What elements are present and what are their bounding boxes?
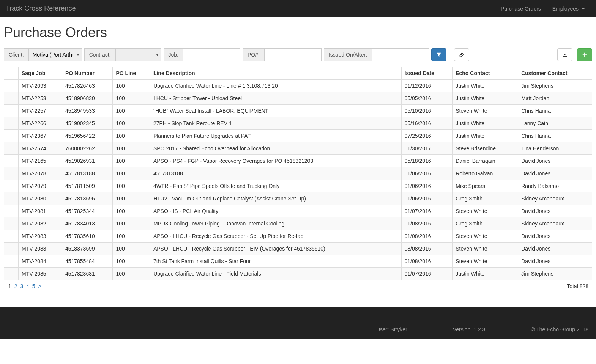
table-row[interactable]: MTV-23674519656422100Planners to Plan Fu… <box>4 130 592 142</box>
cell-issued-date: 01/08/2016 <box>401 217 453 230</box>
cell-line-desc: 4517813188 <box>150 167 401 180</box>
col-po-line[interactable]: PO Line <box>113 67 150 80</box>
cell-echo-contact: Daniel Barragain <box>453 155 518 167</box>
cell-sage-job: MTV-2257 <box>19 105 62 117</box>
cell-po-number: 4519656422 <box>62 130 113 142</box>
cell-po-number: 4517823631 <box>62 268 113 280</box>
cell-customer-contact: David Jones <box>518 243 592 255</box>
cell-sage-job: MTV-2165 <box>19 155 62 167</box>
page-link[interactable]: 5 <box>32 283 36 289</box>
cell-customer-contact: Sidney Arceneaux <box>518 192 592 205</box>
footer-version: Version: 1.2.3 <box>453 326 486 332</box>
table-row[interactable]: MTV-2266451900234510027PH - Slop Tank Re… <box>4 117 592 130</box>
cell-issued-date: 01/06/2016 <box>401 192 453 205</box>
cell-line-desc: 4WTR - Fab 8" Pipe Spools Offsite and Tr… <box>150 180 401 192</box>
cell-issued-date: 07/25/2016 <box>401 130 453 142</box>
cell-sage-job: MTV-2081 <box>19 205 62 217</box>
cell-sage-job: MTV-2083 <box>19 230 62 243</box>
col-echo-contact[interactable]: Echo Contact <box>453 67 518 80</box>
row-blank <box>4 255 19 268</box>
row-blank <box>4 117 19 130</box>
table-row[interactable]: MTV-22574518949533100"HUB" Water Seal In… <box>4 105 592 117</box>
cell-customer-contact: David Jones <box>518 205 592 217</box>
row-blank <box>4 243 19 255</box>
filter-icon <box>436 52 441 57</box>
table-row[interactable]: MTV-20834517835610100APSO - LHCU - Recyc… <box>4 230 592 243</box>
cell-issued-date: 03/08/2016 <box>401 243 453 255</box>
col-issued-date[interactable]: Issued Date <box>401 67 453 80</box>
page-link[interactable]: 2 <box>14 283 18 289</box>
cell-po-number: 4517835610 <box>62 230 113 243</box>
cell-issued-date: 01/07/2016 <box>401 268 453 280</box>
table-row[interactable]: MTV-25747600002262100SPO 2017 - Shared E… <box>4 142 592 155</box>
cell-po-line: 100 <box>113 92 150 105</box>
table-row[interactable]: MTV-208445178554841007th St Tank Farm In… <box>4 255 592 268</box>
cell-line-desc: "HUB" Water Seal Install - LABOR, EQUIPM… <box>150 105 401 117</box>
cell-po-line: 100 <box>113 255 150 268</box>
col-customer-contact[interactable]: Customer Contact <box>518 67 592 80</box>
eraser-icon <box>459 52 464 57</box>
table-row[interactable]: MTV-20934517826463100Upgrade Clarified W… <box>4 80 592 92</box>
cell-sage-job: MTV-2093 <box>19 80 62 92</box>
table-row[interactable]: MTV-20814517825344100APSO - IS - PCL Air… <box>4 205 592 217</box>
cell-customer-contact: Lanny Cain <box>518 117 592 130</box>
cell-issued-date: 05/10/2016 <box>401 105 453 117</box>
nav-purchase-orders[interactable]: Purchase Orders <box>501 6 541 12</box>
filter-button[interactable] <box>431 48 446 61</box>
cell-customer-contact: David Jones <box>518 155 592 167</box>
cell-customer-contact: David Jones <box>518 255 592 268</box>
cell-sage-job: MTV-2574 <box>19 142 62 155</box>
cell-line-desc: APSO - LHCU - Recycle Gas Scrubber - EIV… <box>150 243 401 255</box>
cell-line-desc: HTU2 - Vacuum Out and Replace Catalyst (… <box>150 192 401 205</box>
chevron-down-icon <box>582 8 585 10</box>
cell-echo-contact: Steven White <box>453 105 518 117</box>
cell-customer-contact: Chris Hanna <box>518 105 592 117</box>
navbar-brand[interactable]: Track Cross Reference <box>6 5 76 13</box>
row-blank <box>4 155 19 167</box>
table-row[interactable]: MTV-20854517823631100Upgrade Clarified W… <box>4 268 592 280</box>
cell-po-line: 100 <box>113 243 150 255</box>
table-row[interactable]: MTV-20784517813188100451781318801/06/201… <box>4 167 592 180</box>
col-po-number[interactable]: PO Number <box>62 67 113 80</box>
page-link[interactable]: 3 <box>19 283 24 289</box>
row-blank <box>4 92 19 105</box>
cell-line-desc: 7th St Tank Farm Install Quills - Star F… <box>150 255 401 268</box>
nav-employees[interactable]: Employees <box>552 6 585 12</box>
cell-line-desc: APSO - PS4 - FGP - Vapor Recovery Overag… <box>150 155 401 167</box>
contract-select[interactable] <box>116 48 161 61</box>
table-row[interactable]: MTV-20804517813696100HTU2 - Vacuum Out a… <box>4 192 592 205</box>
page-next[interactable]: > <box>37 283 42 289</box>
table-row[interactable]: MTV-207945178115091004WTR - Fab 8" Pipe … <box>4 180 592 192</box>
cell-po-line: 100 <box>113 105 150 117</box>
cell-line-desc: APSO - IS - PCL Air Quality <box>150 205 401 217</box>
cell-line-desc: APSO - LHCU - Recycle Gas Scrubber - Set… <box>150 230 401 243</box>
cell-echo-contact: Justin White <box>453 117 518 130</box>
cell-echo-contact: Justin White <box>453 268 518 280</box>
cell-line-desc: MPU3-Cooling Tower Piping - Donovan Inte… <box>150 217 401 230</box>
client-select[interactable]: Motiva (Port Arthur <box>29 48 82 61</box>
cell-issued-date: 01/07/2016 <box>401 205 453 217</box>
table-row[interactable]: MTV-21654519026931100APSO - PS4 - FGP - … <box>4 155 592 167</box>
cell-sage-job: MTV-2078 <box>19 167 62 180</box>
table-row[interactable]: MTV-20834518373699100APSO - LHCU - Recyc… <box>4 243 592 255</box>
cell-po-number: 4517826463 <box>62 80 113 92</box>
issued-input[interactable] <box>372 48 429 61</box>
page-link[interactable]: 4 <box>25 283 30 289</box>
row-blank <box>4 105 19 117</box>
clear-button[interactable] <box>454 48 469 61</box>
cell-issued-date: 01/08/2016 <box>401 230 453 243</box>
col-line-desc[interactable]: Line Description <box>150 67 401 80</box>
add-button[interactable] <box>577 48 592 61</box>
row-blank <box>4 167 19 180</box>
job-input[interactable] <box>183 48 240 61</box>
po-input[interactable] <box>265 48 322 61</box>
download-button[interactable] <box>557 48 572 61</box>
cell-customer-contact: Tina Henderson <box>518 142 592 155</box>
cell-sage-job: MTV-2082 <box>19 217 62 230</box>
table-row[interactable]: MTV-20824517834013100MPU3-Cooling Tower … <box>4 217 592 230</box>
cell-po-line: 100 <box>113 205 150 217</box>
cell-issued-date: 01/12/2016 <box>401 80 453 92</box>
cell-customer-contact: Jim Stephens <box>518 268 592 280</box>
table-row[interactable]: MTV-22534518906830100LHCU - Stripper Tow… <box>4 92 592 105</box>
col-sage-job[interactable]: Sage Job <box>19 67 62 80</box>
